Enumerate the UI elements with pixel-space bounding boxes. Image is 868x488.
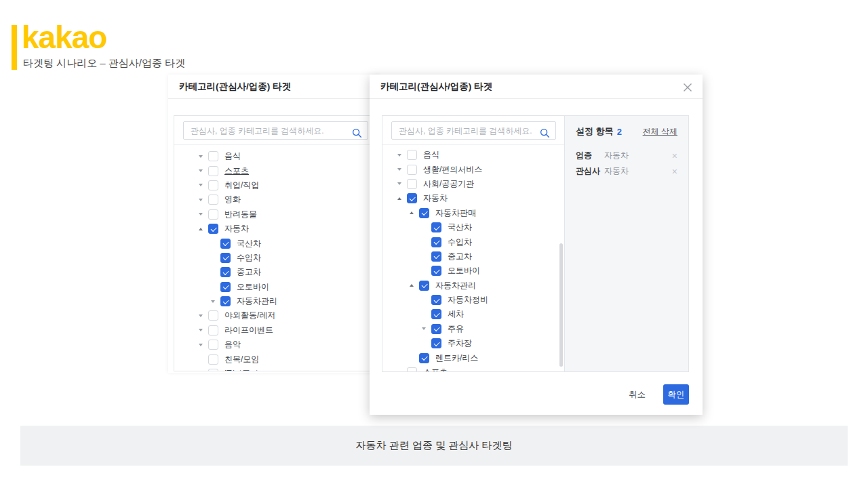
collapse-arrow-icon[interactable]: [410, 284, 419, 287]
checkbox[interactable]: [407, 150, 417, 160]
tree-item[interactable]: 생활/편의서비스: [382, 162, 564, 176]
tree-item[interactable]: 음악: [174, 338, 376, 352]
expand-arrow-icon[interactable]: [199, 184, 208, 186]
tree-item[interactable]: 영화: [174, 192, 376, 207]
checkbox[interactable]: [431, 295, 441, 305]
collapse-arrow-icon[interactable]: [397, 197, 407, 200]
expand-arrow-icon[interactable]: [199, 329, 208, 331]
tree-item[interactable]: 렌트카/리스: [382, 350, 564, 365]
search-input[interactable]: [391, 121, 556, 140]
tree-item[interactable]: 국산차: [382, 220, 564, 235]
search-icon[interactable]: [540, 128, 550, 141]
checkbox[interactable]: [220, 296, 231, 306]
tree-item-label: 오토바이: [237, 281, 269, 293]
checkbox[interactable]: [220, 239, 231, 249]
tree-item[interactable]: 오토바이: [174, 280, 376, 294]
tree-item[interactable]: 음식: [174, 149, 376, 163]
close-icon[interactable]: [682, 82, 693, 93]
tree-item[interactable]: 오토바이: [382, 264, 564, 278]
tree-item[interactable]: 자동차: [174, 222, 376, 236]
tree-item[interactable]: 스포츠: [382, 365, 564, 372]
tree-item[interactable]: 주차장: [382, 336, 564, 350]
checkbox[interactable]: [431, 237, 441, 247]
checkbox[interactable]: [220, 282, 231, 292]
checkbox[interactable]: [208, 195, 218, 205]
expand-arrow-icon[interactable]: [397, 182, 407, 185]
clear-all-link[interactable]: 전체 삭제: [643, 126, 677, 138]
checkbox[interactable]: [407, 179, 417, 189]
checkbox[interactable]: [208, 354, 218, 365]
tree-item[interactable]: 자동차: [382, 191, 564, 205]
checkbox[interactable]: [208, 325, 218, 336]
checkbox[interactable]: [208, 151, 218, 161]
expand-arrow-icon[interactable]: [199, 155, 208, 158]
checkbox[interactable]: [208, 310, 218, 321]
checkbox[interactable]: [208, 224, 218, 234]
checkbox[interactable]: [407, 367, 417, 372]
checkbox[interactable]: [407, 165, 417, 175]
expand-arrow-icon[interactable]: [211, 300, 220, 303]
checkbox[interactable]: [220, 267, 231, 277]
expand-arrow-icon[interactable]: [397, 154, 407, 157]
checkbox[interactable]: [208, 166, 218, 176]
checkbox[interactable]: [431, 251, 441, 262]
expand-arrow-icon[interactable]: [422, 327, 431, 330]
tree-item[interactable]: 자동차관리: [382, 279, 564, 293]
tree-item[interactable]: 사회/공공기관: [382, 177, 564, 191]
checkbox[interactable]: [431, 324, 441, 334]
checkbox[interactable]: [208, 340, 218, 350]
search-input[interactable]: [183, 121, 368, 140]
tree-item[interactable]: 자동차판매: [382, 206, 564, 220]
tree-item[interactable]: 스포츠: [174, 163, 376, 178]
checkbox[interactable]: [407, 193, 417, 203]
checkbox[interactable]: [431, 309, 441, 319]
tree-item[interactable]: IT/컴퓨터: [174, 367, 376, 371]
checkbox[interactable]: [208, 180, 218, 190]
collapse-arrow-icon[interactable]: [410, 211, 419, 214]
tree-item[interactable]: 자동차관리: [174, 294, 376, 308]
checkbox[interactable]: [431, 338, 441, 348]
search-row: [382, 116, 564, 145]
tree-item[interactable]: 친목/모임: [174, 352, 376, 366]
expand-arrow-icon[interactable]: [199, 199, 208, 201]
tree-item[interactable]: 세차: [382, 307, 564, 321]
tree-item[interactable]: 라이프이벤트: [174, 323, 376, 338]
confirm-button[interactable]: 확인: [663, 384, 689, 405]
category-picker-box: 음식생활/편의서비스사회/공공기관자동차자동차판매국산차수입차중고차오토바이자동…: [382, 115, 689, 372]
tree-item[interactable]: 중고차: [382, 249, 564, 264]
checkbox[interactable]: [419, 208, 429, 218]
tree-item-label: 반려동물: [224, 209, 257, 220]
tree-item[interactable]: 자동차정비: [382, 293, 564, 307]
expand-arrow-icon[interactable]: [199, 344, 208, 346]
remove-item-icon[interactable]: [672, 151, 677, 161]
tree-item[interactable]: 취업/직업: [174, 178, 376, 192]
checkbox[interactable]: [208, 369, 218, 371]
checkbox[interactable]: [431, 222, 441, 232]
expand-arrow-icon[interactable]: [199, 213, 208, 216]
cancel-button[interactable]: 취소: [629, 389, 646, 401]
tree-item[interactable]: 야외활동/레저: [174, 308, 376, 323]
tree-item-label: 음악: [224, 339, 241, 350]
checkbox[interactable]: [419, 353, 429, 363]
checkbox[interactable]: [208, 209, 218, 220]
remove-item-icon[interactable]: [672, 167, 677, 176]
tree-item[interactable]: 중고차: [174, 265, 376, 279]
category-tree: 음식생활/편의서비스사회/공공기관자동차자동차판매국산차수입차중고차오토바이자동…: [382, 145, 564, 372]
tree-item[interactable]: 수입차: [382, 235, 564, 249]
tree-item-label: 국산차: [448, 222, 472, 233]
tree-item[interactable]: 수입차: [174, 251, 376, 265]
checkbox[interactable]: [431, 266, 441, 276]
search-icon[interactable]: [352, 128, 362, 141]
expand-arrow-icon[interactable]: [397, 371, 407, 372]
scrollbar-thumb[interactable]: [559, 243, 563, 367]
tree-item[interactable]: 음식: [382, 148, 564, 162]
tree-item[interactable]: 주유: [382, 322, 564, 336]
tree-item[interactable]: 반려동물: [174, 207, 376, 222]
expand-arrow-icon[interactable]: [199, 169, 208, 172]
tree-item[interactable]: 국산차: [174, 236, 376, 250]
collapse-arrow-icon[interactable]: [199, 228, 208, 230]
expand-arrow-icon[interactable]: [199, 314, 208, 317]
expand-arrow-icon[interactable]: [397, 168, 407, 171]
checkbox[interactable]: [419, 281, 429, 291]
checkbox[interactable]: [220, 253, 231, 263]
